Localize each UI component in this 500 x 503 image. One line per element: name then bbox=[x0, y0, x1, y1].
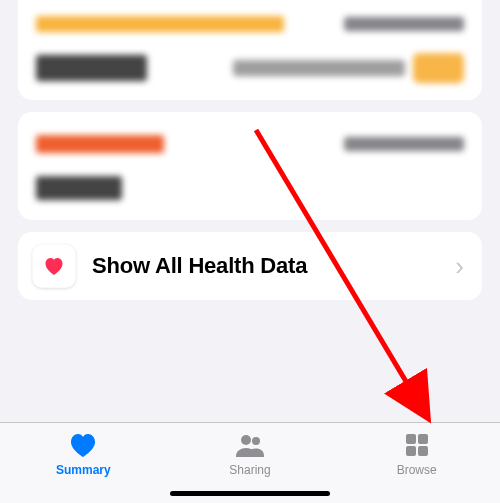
tab-label: Sharing bbox=[229, 463, 270, 477]
redacted-detail bbox=[233, 60, 404, 76]
svg-rect-3 bbox=[418, 434, 428, 444]
svg-point-0 bbox=[241, 435, 251, 445]
redacted-metric-title bbox=[36, 135, 164, 153]
svg-rect-2 bbox=[406, 434, 416, 444]
chevron-right-icon: › bbox=[455, 251, 468, 282]
svg-point-1 bbox=[252, 437, 260, 445]
show-all-label: Show All Health Data bbox=[92, 253, 439, 279]
tab-label: Browse bbox=[397, 463, 437, 477]
tab-summary[interactable]: Summary bbox=[0, 423, 167, 503]
redacted-timestamp bbox=[344, 137, 464, 151]
tab-label: Summary bbox=[56, 463, 111, 477]
redacted-metric-value bbox=[36, 176, 122, 200]
redacted-trend-icon bbox=[413, 53, 464, 83]
favorite-card[interactable] bbox=[18, 112, 482, 220]
heart-fill-icon bbox=[67, 431, 99, 459]
redacted-timestamp bbox=[344, 17, 464, 31]
svg-rect-4 bbox=[406, 446, 416, 456]
redacted-metric-title bbox=[36, 16, 284, 32]
show-all-health-data-row[interactable]: Show All Health Data › bbox=[18, 232, 482, 300]
home-indicator bbox=[170, 491, 330, 496]
grid-icon bbox=[401, 431, 433, 459]
tab-browse[interactable]: Browse bbox=[333, 423, 500, 503]
health-app-icon bbox=[32, 244, 76, 288]
svg-rect-5 bbox=[418, 446, 428, 456]
tab-bar: Summary Sharing Browse bbox=[0, 422, 500, 503]
content-scroll: Show All Health Data › bbox=[0, 0, 500, 300]
people-icon bbox=[234, 431, 266, 459]
favorite-card[interactable] bbox=[18, 0, 482, 100]
redacted-metric-value bbox=[36, 55, 147, 81]
